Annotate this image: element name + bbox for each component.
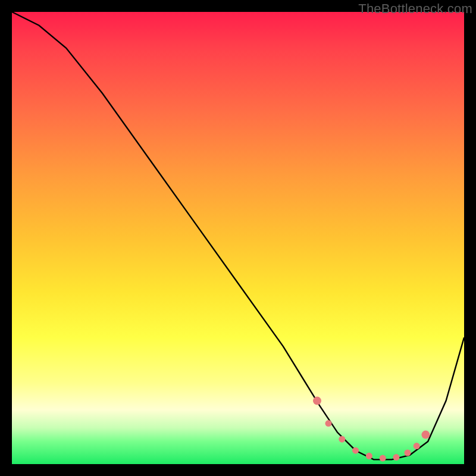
sweet-spot-dot: [313, 397, 321, 405]
sweet-spot-dot: [421, 431, 430, 439]
sweet-spot-dot: [380, 455, 386, 462]
chart-frame: [12, 12, 464, 464]
sweet-spot-dot: [366, 453, 372, 459]
sweet-spot-dots: [313, 397, 430, 462]
sweet-spot-dot: [352, 447, 359, 454]
bottleneck-curve: [12, 12, 464, 459]
watermark-text: TheBottleneck.com: [358, 1, 472, 17]
chart-overlay: [12, 12, 464, 464]
sweet-spot-dot: [405, 450, 411, 456]
sweet-spot-dot: [393, 454, 400, 461]
sweet-spot-dot: [339, 436, 345, 443]
sweet-spot-dot: [414, 443, 420, 449]
sweet-spot-dot: [325, 420, 332, 427]
